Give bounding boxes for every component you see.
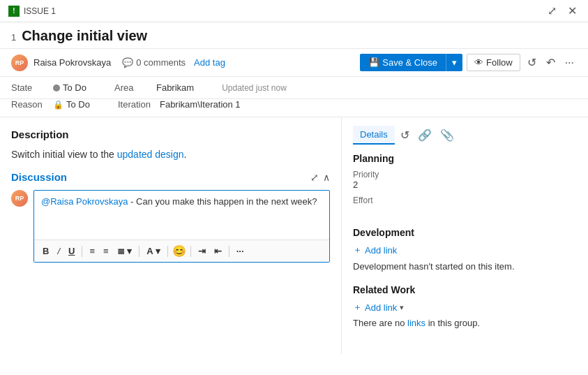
eye-icon: 👁 bbox=[474, 57, 483, 68]
related-text: There are no links in this group. bbox=[353, 318, 577, 328]
refresh-button[interactable]: ↺ bbox=[525, 53, 539, 72]
outdent-button[interactable]: ⇤ bbox=[211, 244, 225, 258]
add-dev-link-label: Add link bbox=[365, 245, 397, 256]
comment-count: 0 comments bbox=[136, 57, 186, 68]
comment-toolbar: B / U ≡ ≡ ≣ ▾ A ▾ 😊 ⇥ ⇤ bbox=[34, 240, 329, 262]
priority-item: Priority 2 bbox=[353, 170, 577, 190]
underline-button[interactable]: U bbox=[66, 244, 77, 258]
top-bar-title: ISSUE 1 bbox=[24, 6, 56, 16]
add-related-link-label: Add link bbox=[365, 302, 397, 313]
add-icon-related: ＋ bbox=[353, 301, 362, 314]
meta-bar-2: Reason 🔒 To Do Iteration Fabrikam\Iterat… bbox=[0, 99, 588, 117]
comments-button[interactable]: 💬 0 comments bbox=[122, 57, 186, 68]
state-text: To Do bbox=[63, 82, 86, 93]
tab-attachments[interactable]: 📎 bbox=[437, 126, 457, 145]
comment-row: RP @Raisa Pokrovskaya - Can you make thi… bbox=[11, 190, 330, 263]
separator-3 bbox=[167, 246, 168, 257]
dev-text: Development hasn't started on this item. bbox=[353, 260, 577, 273]
issue-number: 1 bbox=[11, 32, 16, 43]
reason-text: To Do bbox=[66, 99, 90, 110]
add-link-chevron: ▾ bbox=[400, 303, 404, 312]
add-dev-link-button[interactable]: ＋ Add link bbox=[353, 244, 397, 256]
right-panel: Details ↺ 🔗 📎 Planning Priority 2 Effort… bbox=[342, 117, 588, 354]
description-body: Switch initial view to the updated desig… bbox=[11, 149, 330, 160]
description-link[interactable]: updated design bbox=[117, 149, 184, 160]
tab-details[interactable]: Details bbox=[353, 126, 395, 145]
state-group: State To Do bbox=[11, 82, 86, 93]
planning-title: Planning bbox=[353, 153, 577, 164]
discussion-header: Discussion ⤢ ∧ bbox=[11, 171, 330, 183]
collapse-discussion-button[interactable]: ∧ bbox=[323, 172, 330, 183]
planning-section: Planning Priority 2 Effort bbox=[353, 153, 577, 216]
iteration-group: Iteration Fabrikam\Iteration 1 bbox=[118, 99, 241, 110]
comment-icon: 💬 bbox=[122, 57, 133, 68]
font-color-button[interactable]: A ▾ bbox=[144, 244, 163, 258]
tab-history[interactable]: ↺ bbox=[398, 126, 412, 145]
description-title: Description bbox=[11, 128, 330, 140]
effort-item: Effort bbox=[353, 196, 577, 216]
save-close-button[interactable]: 💾 Save & Close bbox=[360, 54, 446, 71]
italic-button[interactable]: / bbox=[54, 244, 63, 258]
development-title: Development bbox=[353, 227, 577, 238]
save-dropdown-button[interactable]: ▾ bbox=[446, 54, 462, 71]
area-group: Area Fabrikam bbox=[114, 82, 194, 93]
issue-toolbar: RP Raisa Pokrovskaya 💬 0 comments Add ta… bbox=[0, 49, 588, 77]
undo-button[interactable]: ↶ bbox=[543, 53, 558, 72]
more-button[interactable]: ··· bbox=[562, 54, 577, 72]
iteration-value: Fabrikam\Iteration 1 bbox=[160, 99, 241, 110]
related-work-section: Related Work ＋ Add link ▾ There are no l… bbox=[353, 284, 577, 328]
development-section: Development ＋ Add link Development hasn'… bbox=[353, 227, 577, 273]
right-tab-bar: Details ↺ 🔗 📎 bbox=[353, 126, 577, 145]
issue-icon: ! bbox=[8, 6, 20, 17]
comment-area[interactable]: @Raisa Pokrovskaya - Can you make this h… bbox=[33, 190, 330, 263]
reason-group: Reason 🔒 To Do bbox=[11, 99, 90, 110]
indent-button[interactable]: ⇥ bbox=[195, 244, 209, 258]
bold-button[interactable]: B bbox=[40, 244, 52, 258]
separator-2 bbox=[139, 246, 140, 257]
follow-button[interactable]: 👁 Follow bbox=[467, 54, 520, 71]
iteration-label: Iteration bbox=[118, 99, 160, 110]
toolbar-right: 💾 Save & Close ▾ 👁 Follow ↺ ↶ ··· bbox=[360, 53, 577, 72]
reason-value: 🔒 To Do bbox=[53, 99, 90, 110]
commenter-avatar: RP bbox=[11, 190, 28, 207]
left-panel: Description Switch initial view to the u… bbox=[0, 117, 342, 354]
add-related-link-button[interactable]: ＋ Add link ▾ bbox=[353, 301, 404, 314]
emoji-button[interactable]: 😊 bbox=[172, 244, 186, 258]
priority-value: 2 bbox=[353, 179, 577, 190]
effort-value bbox=[353, 205, 577, 216]
close-button[interactable]: ✕ bbox=[565, 3, 580, 19]
lock-icon: 🔒 bbox=[53, 100, 63, 110]
comment-mention: @Raisa Pokrovskaya bbox=[41, 196, 128, 207]
tab-links[interactable]: 🔗 bbox=[415, 126, 435, 145]
main-content: Description Switch initial view to the u… bbox=[0, 117, 588, 354]
links-highlight: links bbox=[407, 318, 425, 328]
save-icon: 💾 bbox=[368, 57, 379, 68]
expand-button[interactable]: ⤢ bbox=[545, 3, 559, 19]
list-button[interactable]: ≡ bbox=[100, 244, 112, 258]
reason-label: Reason bbox=[11, 99, 53, 110]
updated-text: Updated just now bbox=[222, 83, 287, 93]
related-work-title: Related Work bbox=[353, 284, 577, 295]
meta-bar: State To Do Area Fabrikam Updated just n… bbox=[0, 77, 588, 99]
save-label: Save & Close bbox=[382, 57, 437, 68]
avatar: RP bbox=[11, 54, 28, 71]
add-tag-button[interactable]: Add tag bbox=[194, 57, 225, 68]
add-icon-dev: ＋ bbox=[353, 244, 362, 256]
state-value: To Do bbox=[53, 82, 86, 93]
strikethrough-button[interactable]: ≣ ▾ bbox=[114, 244, 135, 258]
top-bar-actions: ⤢ ✕ bbox=[545, 3, 580, 19]
user-name: Raisa Pokrovskaya bbox=[33, 57, 111, 68]
separator-1 bbox=[82, 246, 82, 257]
state-label: State bbox=[11, 82, 53, 93]
planning-grid: Priority 2 Effort bbox=[353, 170, 577, 216]
issue-title: Change initial view bbox=[22, 28, 147, 43]
updated-group: Updated just now bbox=[222, 83, 287, 93]
area-label: Area bbox=[114, 82, 156, 93]
expand-discussion-button[interactable]: ⤢ bbox=[310, 172, 319, 183]
more-format-button[interactable]: ··· bbox=[234, 244, 247, 258]
align-left-button[interactable]: ≡ bbox=[86, 244, 98, 258]
separator-5 bbox=[229, 246, 229, 257]
effort-label: Effort bbox=[353, 196, 577, 205]
discussion-icons: ⤢ ∧ bbox=[310, 172, 330, 183]
comment-text: - Can you make this happen in the next w… bbox=[128, 196, 317, 207]
